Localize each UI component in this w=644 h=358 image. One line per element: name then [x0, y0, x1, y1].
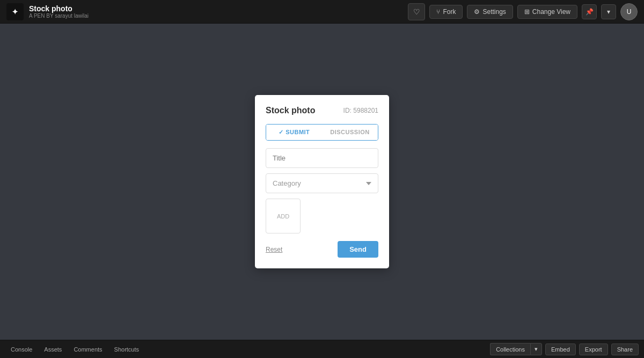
settings-icon: ⚙ [474, 8, 480, 16]
pen-author: A PEN BY sarayut lawilai [29, 13, 408, 19]
pen-name: Stock photo [29, 4, 408, 13]
tab-discussion[interactable]: DISCUSSION [322, 125, 378, 140]
tab-submit[interactable]: ✓SUBMIT [266, 125, 322, 140]
pin-button[interactable]: 📌 [582, 4, 597, 19]
preview-id: ID: 5988201 [343, 107, 378, 114]
top-bar: ✦ Stock photo A PEN BY sarayut lawilai ♡… [0, 0, 644, 24]
heart-button[interactable]: ♡ [408, 3, 425, 20]
embed-button[interactable]: Embed [545, 344, 576, 355]
preview-footer: Reset Send [266, 241, 378, 258]
preview-overlay: Stock photo ID: 5988201 ✓SUBMIT DISCUSSI… [0, 24, 644, 340]
fork-icon: ⑂ [436, 8, 440, 16]
preview-tabs: ✓SUBMIT DISCUSSION [266, 124, 378, 141]
category-select[interactable]: Category Nature Travel Food Architecture [266, 173, 378, 193]
share-button[interactable]: Share [611, 344, 639, 355]
fork-button[interactable]: ⑂ Fork [429, 5, 463, 19]
collections-button[interactable]: Collections [490, 343, 530, 355]
export-button[interactable]: Export [579, 344, 608, 355]
collections-group: Collections ▾ [490, 343, 542, 355]
bottom-bar: Console Assets Comments Shortcuts Collec… [0, 340, 644, 358]
top-bar-actions: ♡ ⑂ Fork ⚙ Settings ⊞ Change View 📌 ▾ U [408, 3, 638, 20]
preview-card-header: Stock photo ID: 5988201 [266, 106, 378, 115]
comments-button[interactable]: Comments [68, 344, 107, 355]
upload-button[interactable]: ADD [266, 199, 301, 233]
send-button[interactable]: Send [338, 241, 378, 258]
change-view-icon: ⊞ [524, 8, 530, 16]
change-view-button[interactable]: ⊞ Change View [517, 5, 577, 19]
bottom-left-actions: Console Assets Comments Shortcuts [5, 344, 144, 355]
editors-area: ⚙ HTML ▾ 1<div class="wrapper">2 <header… [0, 24, 644, 340]
assets-button[interactable]: Assets [39, 344, 67, 355]
title-input[interactable] [266, 148, 378, 168]
collections-dropdown-button[interactable]: ▾ [530, 343, 542, 355]
console-button[interactable]: Console [5, 344, 38, 355]
tab-check-icon: ✓ [279, 129, 284, 135]
pen-info: Stock photo A PEN BY sarayut lawilai [29, 4, 408, 19]
bottom-right-actions: Collections ▾ Embed Export Share [490, 343, 639, 355]
reset-button[interactable]: Reset [266, 246, 282, 253]
more-dropdown-button[interactable]: ▾ [601, 4, 616, 19]
preview-title: Stock photo [266, 106, 315, 115]
shortcuts-button[interactable]: Shortcuts [109, 344, 144, 355]
settings-button[interactable]: ⚙ Settings [467, 5, 513, 19]
avatar[interactable]: U [620, 3, 638, 20]
codepen-logo[interactable]: ✦ [6, 3, 24, 20]
preview-card: Stock photo ID: 5988201 ✓SUBMIT DISCUSSI… [255, 95, 389, 268]
